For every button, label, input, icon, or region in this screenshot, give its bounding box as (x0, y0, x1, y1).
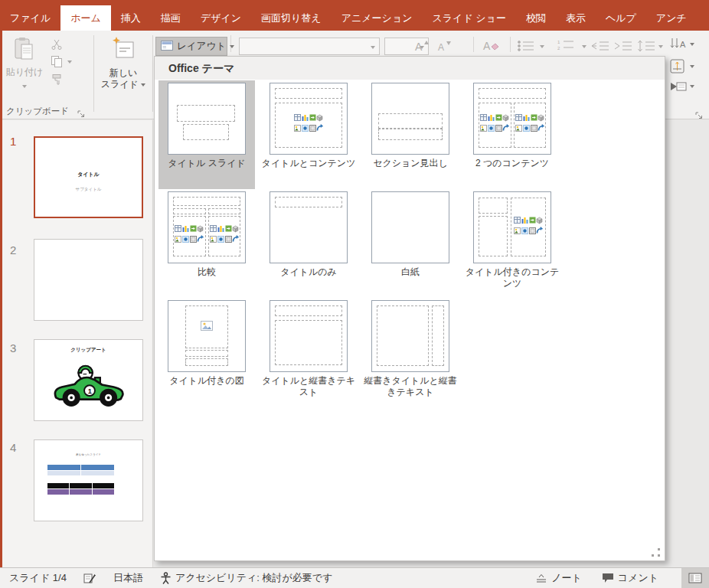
layout-gallery: タイトル スライド タイトルとコンテンツ セクション見出し (157, 80, 564, 407)
accessibility-checker-button[interactable]: アクセシビリティ: 検討が必要です (160, 571, 333, 585)
content-icons-cluster (515, 114, 544, 136)
accessibility-status-text: アクセシビリティ: 検討が必要です (175, 571, 333, 585)
slide-3-thumbnail[interactable]: クリップアート 1 (34, 339, 143, 421)
svg-text:A: A (680, 40, 686, 49)
tab-view[interactable]: 表示 (556, 5, 596, 31)
svg-text:A: A (438, 42, 444, 52)
text-direction-chevron[interactable] (690, 43, 694, 46)
decrease-indent-button[interactable] (591, 41, 609, 54)
layout-thumb-title-vertical-text (270, 300, 348, 372)
layout-thumb-title-content (270, 83, 348, 155)
layout-thumb-comparison (168, 191, 246, 263)
slide-4-thumbnail[interactable]: 表を使ったスライド (34, 439, 143, 521)
layout-thumb-vertical-title-text (371, 300, 449, 372)
content-icons-cluster (210, 225, 239, 247)
paste-dropdown-chevron (22, 85, 27, 88)
slide-4-purple-table (47, 483, 114, 495)
svg-text:A: A (483, 40, 491, 52)
layout-item-vertical-title-text[interactable]: 縦書きタイトルと縦書きテキスト (362, 298, 459, 407)
tab-addin[interactable]: アンチ (646, 5, 697, 31)
slide-1-subtitle: サブタイトル (35, 187, 142, 192)
comments-button[interactable]: コメント (602, 571, 658, 585)
layout-thumb-content-caption (473, 191, 551, 263)
dropdown-resize-grip[interactable] (652, 548, 660, 557)
bullets-chevron[interactable] (540, 45, 544, 48)
tab-insert[interactable]: 挿入 (111, 5, 151, 31)
copy-button[interactable] (51, 55, 66, 69)
copy-dropdown-chevron (67, 60, 72, 64)
tab-draw[interactable]: 描画 (151, 5, 191, 31)
content-icons-cluster (175, 225, 204, 247)
new-slide-icon (112, 49, 135, 62)
slide-2-number: 2 (10, 243, 16, 256)
slide-1-title: タイトル (35, 171, 142, 178)
svg-text:1: 1 (88, 387, 92, 395)
ribbon-tab-bar: ファイル ホーム 挿入 描画 デザイン 画面切り替え アニメーション スライド … (0, 0, 709, 31)
spell-check-button[interactable] (83, 573, 96, 584)
status-bar: スライド 1/4 日本語 アクセシビリティ: 検討が必要です (0, 567, 709, 588)
layout-item-comparison[interactable]: 比較 (158, 189, 255, 298)
line-spacing-button[interactable] (637, 40, 655, 55)
new-slide-button[interactable]: 新しい スライド (98, 37, 149, 110)
clear-formatting-button[interactable]: A (482, 39, 501, 56)
convert-to-smartart-chevron[interactable] (690, 85, 694, 88)
format-painter-button[interactable] (51, 74, 66, 87)
numbering-chevron[interactable] (582, 45, 586, 48)
powerpoint-window: ファイル ホーム 挿入 描画 デザイン 画面切り替え アニメーション スライド … (0, 0, 709, 588)
picture-icon (201, 320, 213, 334)
align-text-button[interactable] (670, 59, 685, 77)
layout-item-section-header[interactable]: セクション見出し (362, 80, 459, 189)
slide-4-blue-table (47, 465, 114, 475)
numbering-button[interactable]: 1 2 (557, 39, 574, 54)
layout-button-label: レイアウト (177, 40, 226, 53)
layout-item-title-content[interactable]: タイトルとコンテンツ (260, 80, 357, 189)
font-name-combo[interactable] (239, 38, 380, 55)
layout-item-content-caption[interactable]: タイトル付きのコンテンツ (464, 189, 560, 298)
line-spacing-chevron[interactable] (658, 45, 663, 48)
layout-thumb-section-header (371, 83, 449, 155)
decrease-font-size-button[interactable]: A (436, 40, 452, 55)
layout-thumb-blank (371, 191, 449, 263)
new-slide-label: 新しい スライド (98, 67, 149, 90)
align-text-chevron[interactable] (690, 65, 694, 68)
bullets-button[interactable] (518, 41, 534, 54)
normal-view-button[interactable] (681, 568, 709, 588)
language-button[interactable]: 日本語 (113, 571, 143, 585)
new-slide-chevron (141, 83, 145, 87)
convert-to-smartart-button[interactable] (670, 80, 687, 96)
increase-font-size-button[interactable]: A (413, 40, 429, 55)
layout-thumb-title-slide (168, 83, 246, 155)
layout-item-picture-caption[interactable]: タイトル付きの図 (158, 298, 255, 407)
tab-animations[interactable]: アニメーション (332, 5, 423, 31)
layout-button[interactable]: レイアウト (155, 37, 227, 56)
notes-button[interactable]: ノート (535, 571, 582, 585)
paste-clipboard-icon (14, 51, 35, 64)
slide-1-thumbnail[interactable]: タイトル サブタイトル (34, 136, 143, 218)
tab-slideshow[interactable]: スライド ショー (422, 5, 515, 31)
slide-2-thumbnail[interactable] (34, 239, 143, 321)
tab-help[interactable]: ヘルプ (596, 5, 646, 31)
text-direction-button[interactable]: A (670, 38, 687, 54)
clipboard-group-label: クリップボード (6, 106, 69, 117)
cut-button[interactable] (51, 38, 66, 52)
layout-item-title-vertical-text[interactable]: タイトルと縦書きテキスト (260, 298, 357, 407)
layout-item-title-slide[interactable]: タイトル スライド (158, 80, 255, 189)
clipboard-dialog-launcher[interactable] (77, 107, 85, 121)
layout-gallery-dropdown: Office テーマ タイトル スライド タイトルとコンテンツ (154, 56, 665, 561)
office-theme-header: Office テーマ (155, 57, 665, 80)
increase-indent-button[interactable] (614, 41, 632, 54)
content-icons-cluster (294, 114, 323, 136)
layout-item-blank[interactable]: 白紙 (362, 189, 459, 298)
layout-item-two-content[interactable]: 2 つのコンテンツ (464, 80, 560, 189)
tab-file[interactable]: ファイル (0, 5, 60, 31)
tab-home[interactable]: ホーム (60, 5, 111, 31)
tab-review[interactable]: 校閲 (516, 5, 556, 31)
tab-transitions[interactable]: 画面切り替え (251, 5, 332, 31)
layout-item-title-only[interactable]: タイトルのみ (260, 189, 357, 298)
content-icons-cluster (514, 217, 543, 238)
svg-text:A: A (415, 41, 423, 52)
slide-counter[interactable]: スライド 1/4 (9, 571, 67, 585)
svg-text:2: 2 (557, 46, 560, 51)
paste-button[interactable]: 貼り付け (5, 37, 44, 107)
tab-design[interactable]: デザイン (191, 5, 251, 31)
